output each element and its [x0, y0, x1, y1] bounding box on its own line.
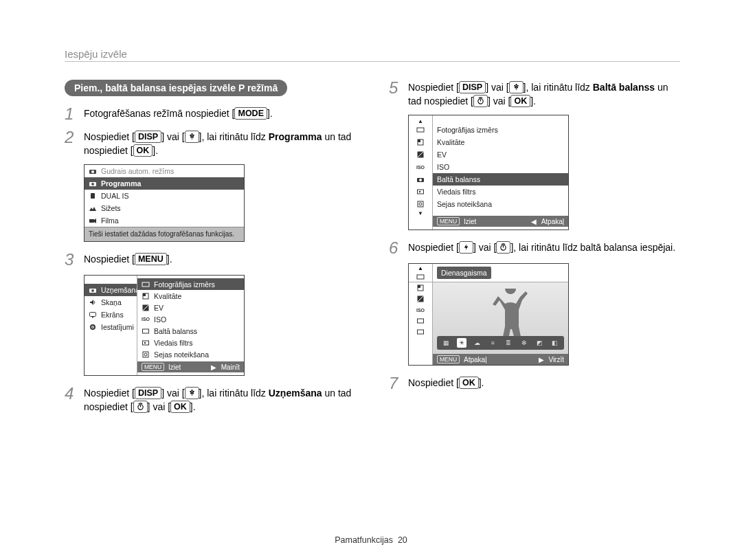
- flash-icon: [459, 241, 473, 254]
- back-label: Atpakaļ: [541, 218, 564, 225]
- svg-point-27: [144, 353, 147, 356]
- svg-rect-59: [418, 319, 424, 323]
- disp-button-label: DISP: [135, 131, 161, 143]
- right-column: 5 Nospiediet [DISP] vai [], lai ritinātu…: [389, 80, 680, 421]
- menu1-label: DUAL IS: [101, 192, 128, 200]
- menuR-label: Fotogrāfijas izmērs: [437, 126, 498, 134]
- step-2: 2 Nospiediet [DISP] vai [], lai ritinātu…: [65, 129, 356, 157]
- svg-point-38: [514, 85, 515, 87]
- menu2-right-5: Viedais filtrs: [137, 337, 244, 348]
- menuR-1: Kvalitāte: [433, 136, 568, 148]
- timer-icon: [473, 95, 488, 107]
- timer-icon: [133, 401, 148, 413]
- step-number: 3: [65, 251, 81, 268]
- menu2-left-label: Ekrāns: [101, 311, 124, 319]
- step-number: 7: [389, 375, 405, 392]
- left-column: Piem., baltā balansa iespējas izvēle P r…: [65, 80, 356, 421]
- svg-point-4: [190, 136, 192, 137]
- svg-point-10: [91, 183, 94, 186]
- menu2-left-label: Uzņemšana: [101, 286, 139, 294]
- step2-prog: Programma: [269, 131, 322, 142]
- s5-e: ] vai [: [488, 96, 510, 107]
- step-6: 6 Nospiediet [] vai [], lai ritinātu līd…: [389, 240, 680, 256]
- wb-icon: [142, 327, 150, 335]
- svg-rect-11: [91, 193, 95, 199]
- step-1: 1 Fotografēšanas režīmā nospiediet [MODE…: [65, 106, 356, 122]
- menuR-label: Kvalitāte: [437, 138, 464, 146]
- s4-f: ].: [190, 401, 196, 412]
- wb-bottombar: MENUAtpakaļ ▶ Virzīt: [433, 354, 568, 365]
- filter-icon: [416, 188, 425, 196]
- filter-icon: [142, 339, 150, 347]
- menu2-left-settings: Iestatījumi: [85, 321, 137, 333]
- s5-c: ], lai ritinātu līdz: [524, 82, 593, 93]
- ok-button-label: OK: [459, 377, 479, 389]
- ok-button-label: OK: [133, 144, 153, 157]
- menu2-right-label: Baltā balanss: [154, 327, 197, 335]
- menu2-right-6: Sejas noteikšana: [137, 348, 244, 360]
- wb-opt-daylight: ☀: [457, 338, 466, 348]
- svg-point-14: [91, 289, 94, 292]
- menu2-left-label: Skaņa: [101, 298, 122, 306]
- disp-button-label: DISP: [459, 81, 486, 93]
- s7-a: Nospiediet [: [408, 377, 459, 388]
- menu-button-label: MENU: [135, 253, 167, 265]
- svg-rect-55: [417, 275, 424, 279]
- menu-key-label: MENU: [142, 363, 164, 371]
- svg-rect-44: [417, 128, 424, 132]
- menu2-left-sound: Skaņa: [85, 296, 137, 309]
- wb-opt-auto: ▦: [441, 338, 451, 348]
- step2-e: ].: [153, 145, 158, 156]
- svg-point-40: [515, 87, 516, 88]
- camera-icon: [89, 167, 97, 175]
- menu1-item-programma: Programma: [85, 177, 244, 190]
- svg-rect-15: [90, 313, 96, 317]
- svg-point-18: [92, 326, 93, 328]
- menu2-left-display: Ekrāns: [85, 309, 137, 321]
- exit-label: Iziet: [464, 218, 476, 225]
- menu2-right-3: ISOISO: [137, 313, 244, 325]
- movie-icon: [89, 216, 97, 225]
- svg-point-1: [191, 133, 192, 135]
- menu2-right-label: Fotogrāfijas izmērs: [154, 280, 215, 289]
- menu2-right-label: EV: [154, 304, 164, 312]
- svg-point-31: [192, 391, 194, 392]
- svg-point-2: [190, 135, 191, 136]
- step1-text-b: ].: [267, 108, 273, 119]
- step3-a: Nospiediet [: [84, 254, 135, 265]
- svg-rect-21: [143, 293, 146, 296]
- footer-page: 20: [398, 535, 407, 545]
- up-arrow-icon: ▲: [418, 265, 423, 271]
- quality-icon: [416, 284, 425, 292]
- display-icon: [89, 311, 97, 319]
- step3-b: ].: [167, 254, 172, 265]
- step-number: 4: [65, 385, 81, 402]
- menu1-description: Tieši iestatiet dažādas fotografēšanas f…: [85, 227, 244, 241]
- size-icon: [416, 126, 425, 134]
- menu2-left-label: Iestatījumi: [101, 323, 134, 331]
- step-number: 5: [389, 80, 405, 96]
- main-menu-screenshot: Uzņemšana Skaņa Ekrāns Iestatījumi Fotog…: [84, 275, 245, 376]
- svg-point-36: [515, 85, 517, 87]
- scene-icon: [89, 204, 97, 212]
- menuR-label: Sejas noteikšana: [437, 200, 492, 208]
- wb-opt-fluor-h: ≡: [488, 338, 497, 348]
- menu1-label: Programma: [101, 179, 141, 188]
- disp-button-label: DISP: [135, 387, 161, 399]
- flower-icon: [509, 81, 524, 93]
- ev-icon: [416, 295, 425, 303]
- s4-a: Nospiediet [: [84, 388, 135, 399]
- wb-opt-measure: ◧: [550, 338, 560, 348]
- s7-b: ].: [479, 377, 484, 388]
- face-icon: [142, 350, 150, 359]
- iso-icon: ISO: [416, 163, 425, 171]
- menu1-item-movie: Filma: [85, 214, 244, 227]
- wb-opt-tungsten: ✻: [519, 338, 529, 348]
- menu1-item-smartauto: Gudrais autom. režīms: [85, 165, 244, 177]
- camera-p-icon: [89, 179, 97, 188]
- menu1-item-dualis: DUAL IS: [85, 190, 244, 202]
- shooting-menu-screenshot: ▲ ISO ▼ Fotogrāfijas izmērs Kvalitāte EV…: [408, 115, 569, 230]
- menu-key-label: MENU: [437, 355, 460, 363]
- s5-f: ].: [530, 96, 536, 107]
- svg-rect-6: [192, 137, 192, 139]
